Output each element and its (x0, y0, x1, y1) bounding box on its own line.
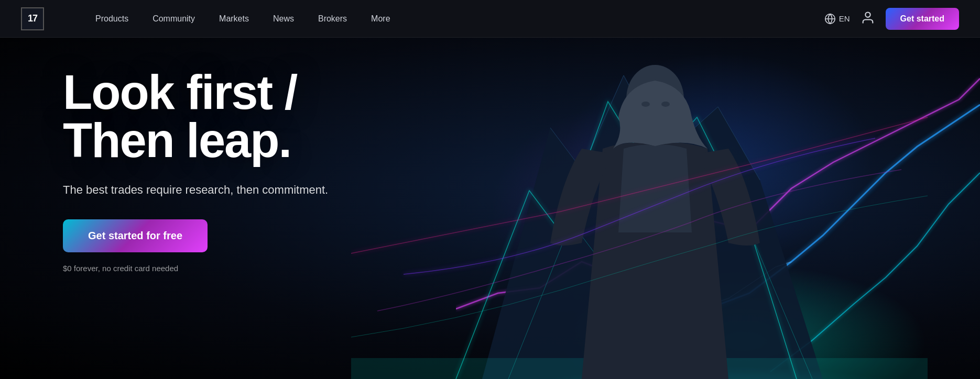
hero-cta-button[interactable]: Get started for free (63, 219, 208, 252)
nav-news[interactable]: News (264, 10, 303, 28)
svg-point-7 (865, 12, 870, 17)
nav-links: Products Community Markets News Brokers … (86, 10, 824, 28)
hero-fine-print: $0 forever, no credit card needed (63, 264, 328, 273)
hero-headline: Look first / Then leap. (63, 68, 328, 164)
hero-section: Look first / Then leap. The best trades … (0, 0, 980, 379)
hero-content: Look first / Then leap. The best trades … (63, 68, 328, 273)
purple-glow (490, 105, 752, 314)
language-selector[interactable]: EN (824, 13, 850, 25)
hero-subtext: The best trades require research, then c… (63, 181, 328, 198)
nav-community[interactable]: Community (143, 10, 204, 28)
headline-line2: Then leap. (63, 114, 291, 167)
headline-line1: Look first / (63, 65, 297, 119)
nav-products[interactable]: Products (86, 10, 138, 28)
globe-icon (824, 13, 836, 25)
navbar: 17 Products Community Markets News Broke… (0, 0, 980, 38)
get-started-button[interactable]: Get started (886, 8, 959, 30)
nav-logo[interactable]: 17 (21, 7, 44, 30)
user-icon (861, 10, 875, 25)
language-label: EN (839, 14, 850, 23)
nav-right: EN Get started (824, 8, 959, 30)
nav-brokers[interactable]: Brokers (309, 10, 356, 28)
nav-more[interactable]: More (362, 10, 399, 28)
logo-box: 17 (21, 7, 44, 30)
logo-text: 17 (28, 13, 37, 24)
user-icon-button[interactable] (861, 10, 875, 27)
nav-markets[interactable]: Markets (210, 10, 258, 28)
